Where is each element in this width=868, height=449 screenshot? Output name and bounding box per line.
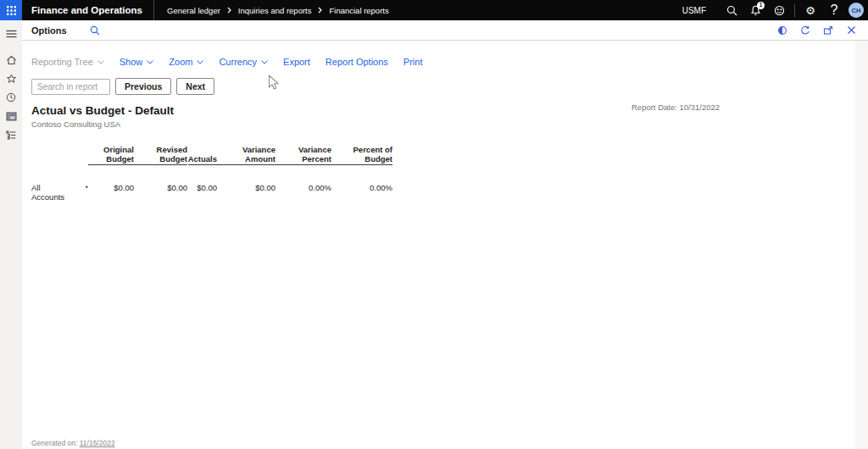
page-search-icon[interactable] bbox=[90, 25, 100, 36]
recent-clock-icon[interactable] bbox=[0, 88, 22, 107]
expand-menu-icon[interactable] bbox=[0, 25, 22, 43]
cell-actuals: $0.00 bbox=[187, 183, 217, 192]
nav-sidebar bbox=[0, 20, 22, 449]
generated-on-footer: Generated on: 11/15/2022 bbox=[31, 439, 115, 447]
chevron-down-icon bbox=[197, 60, 203, 64]
workspaces-icon[interactable] bbox=[0, 107, 22, 125]
print-button[interactable]: Print bbox=[403, 57, 423, 67]
column-percent-of-budget[interactable]: Percent of Budget bbox=[331, 145, 392, 165]
breadcrumb-general-ledger[interactable]: General ledger bbox=[167, 6, 220, 15]
breadcrumb-financial-reports[interactable]: Financial reports bbox=[329, 6, 388, 15]
show-label: Show bbox=[120, 57, 143, 67]
chevron-down-icon bbox=[147, 60, 153, 64]
report-options-button[interactable]: Report Options bbox=[326, 57, 388, 67]
waffle-icon bbox=[7, 6, 16, 15]
cell-variance-amount: $0.00 bbox=[217, 183, 275, 192]
reporting-tree-label: Reporting Tree bbox=[31, 57, 93, 67]
table-header-row: Original Budget Revised Budget Actuals V… bbox=[31, 145, 868, 165]
export-button[interactable]: Export bbox=[283, 57, 310, 67]
breadcrumb: General ledger Inquiries and reports Fin… bbox=[167, 6, 389, 15]
half-circle-icon[interactable] bbox=[774, 22, 791, 39]
report-table: Original Budget Revised Budget Actuals V… bbox=[31, 145, 868, 202]
account-name[interactable]: All Accounts bbox=[31, 183, 74, 202]
top-navigation-bar: Finance and Operations General ledger In… bbox=[0, 0, 868, 20]
avatar[interactable]: CH bbox=[849, 3, 864, 18]
row-account-cell: All Accounts * bbox=[31, 183, 88, 202]
next-button[interactable]: Next bbox=[176, 78, 214, 95]
report-date: Report Date: 10/31/2022 bbox=[632, 103, 720, 112]
cell-percent-of-budget: 0.00% bbox=[331, 183, 392, 192]
zoom-menu[interactable]: Zoom bbox=[169, 57, 203, 67]
previous-button[interactable]: Previous bbox=[115, 78, 171, 95]
search-in-report-input[interactable] bbox=[31, 79, 110, 95]
close-icon[interactable] bbox=[843, 22, 860, 39]
show-menu[interactable]: Show bbox=[120, 57, 154, 67]
column-variance-percent[interactable]: Variance Percent bbox=[275, 145, 331, 165]
zoom-label: Zoom bbox=[169, 57, 192, 67]
generated-on-label: Generated on: bbox=[31, 439, 77, 447]
favorites-star-icon[interactable] bbox=[0, 69, 22, 88]
reporting-tree-menu[interactable]: Reporting Tree bbox=[31, 57, 104, 67]
feedback-smiley-icon[interactable] bbox=[767, 0, 791, 20]
table-row[interactable]: All Accounts * $0.00 $0.00 $0.00 $0.00 0… bbox=[31, 183, 868, 202]
search-icon[interactable] bbox=[720, 0, 743, 20]
modules-list-icon[interactable] bbox=[0, 125, 22, 144]
tab-options[interactable]: Options bbox=[31, 25, 67, 36]
report-header: Actual vs Budget - Default Contoso Consu… bbox=[31, 104, 868, 129]
report-viewer: Reporting Tree Show Zoom Currency Export… bbox=[22, 40, 868, 449]
app-launcher-button[interactable] bbox=[0, 0, 22, 20]
report-search-row: Previous Next bbox=[31, 78, 868, 95]
report-title: Actual vs Budget - Default bbox=[31, 104, 868, 117]
help-icon[interactable]: ? bbox=[822, 0, 846, 20]
page-action-icons bbox=[774, 22, 860, 39]
currency-label: Currency bbox=[219, 57, 257, 67]
topbar-divider bbox=[153, 0, 154, 20]
notification-badge: 1 bbox=[757, 2, 765, 9]
chevron-right-icon bbox=[227, 7, 231, 14]
settings-gear-icon[interactable]: ⚙ bbox=[798, 0, 822, 20]
cell-revised-budget: $0.00 bbox=[134, 183, 187, 192]
chevron-down-icon bbox=[97, 60, 104, 64]
home-icon[interactable] bbox=[0, 51, 22, 69]
cell-original-budget: $0.00 bbox=[88, 183, 134, 192]
column-variance-amount[interactable]: Variance Amount bbox=[217, 145, 275, 165]
column-actuals[interactable]: Actuals bbox=[188, 154, 217, 165]
open-in-new-window-icon[interactable] bbox=[820, 22, 837, 39]
generated-on-date: 11/15/2022 bbox=[80, 439, 115, 447]
report-company: Contoso Consulting USA bbox=[31, 119, 868, 129]
chevron-right-icon bbox=[318, 7, 322, 14]
company-selector[interactable]: USMF bbox=[682, 6, 706, 15]
topbar-divider bbox=[794, 4, 795, 17]
action-pane: Options bbox=[22, 20, 868, 40]
chevron-down-icon bbox=[261, 60, 268, 64]
column-revised-budget[interactable]: Revised Budget bbox=[134, 145, 187, 165]
scrollbar-track[interactable] bbox=[855, 41, 868, 449]
notifications-bell-icon[interactable]: 1 bbox=[743, 0, 767, 20]
report-toolbar: Reporting Tree Show Zoom Currency Export… bbox=[22, 41, 868, 67]
refresh-icon[interactable] bbox=[797, 22, 814, 39]
column-original-budget[interactable]: Original Budget bbox=[88, 145, 134, 165]
topbar-right-group: USMF 1 ⚙ ? CH bbox=[682, 0, 868, 20]
breadcrumb-inquiries-and-reports[interactable]: Inquiries and reports bbox=[238, 6, 312, 15]
cell-variance-percent: 0.00% bbox=[275, 183, 331, 192]
currency-menu[interactable]: Currency bbox=[219, 57, 268, 67]
app-title[interactable]: Finance and Operations bbox=[31, 5, 142, 15]
